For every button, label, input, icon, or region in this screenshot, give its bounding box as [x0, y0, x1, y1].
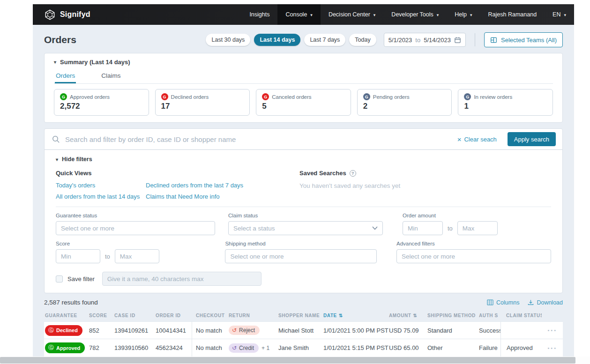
summary-toggle[interactable]: ▾ Summary (Last 14 days)	[54, 59, 553, 66]
advanced-filters-field: Advanced filters	[396, 241, 551, 263]
date-to-word: to	[415, 37, 420, 44]
date-value: 1/01/2021 5:15 PM PST	[323, 339, 389, 357]
language-code: EN	[553, 11, 560, 18]
saved-searches-title: Saved Searches	[299, 170, 346, 177]
nav-items: Insights Console ▾ Decision Center ▾ Dev…	[241, 4, 574, 25]
apply-search-button[interactable]: Apply search	[508, 132, 556, 146]
caret-down-icon: ▾	[310, 13, 313, 17]
caret-down-icon: ▾	[373, 13, 376, 17]
col-checkout[interactable]: CHECKOUT	[192, 313, 229, 318]
nav-language-menu[interactable]: EN ▾	[545, 4, 574, 25]
tab-claims[interactable]: Claims	[100, 69, 121, 83]
claim-status-value	[500, 322, 542, 339]
guarantee-status-input[interactable]	[56, 221, 215, 235]
auth-status-value: Failure	[479, 339, 500, 357]
order-amount-max-input[interactable]	[457, 221, 498, 235]
clear-search-link[interactable]: × Clear seach	[457, 136, 497, 143]
table-row[interactable]: ⒼApproved 782 1393910560 45623424 No mat…	[44, 339, 563, 357]
pill-today[interactable]: Today	[349, 34, 376, 46]
table-row[interactable]: ⒼDeclined 852 1394109261 100414341 No ma…	[44, 321, 563, 339]
shipping-method-value: Other	[427, 339, 479, 357]
case-id-value: 1393910560	[114, 339, 156, 357]
signifyd-logo[interactable]: Signifyd	[33, 4, 90, 25]
col-amount[interactable]: AMOUNT⇅	[389, 313, 427, 318]
quick-views-title: Quick Views	[56, 170, 299, 177]
caret-down-icon: ▾	[437, 13, 439, 17]
horizontal-scrollbar-thumb[interactable]	[0, 357, 575, 364]
date-range-input[interactable]: 5/1/2023 to 5/14/2023	[384, 33, 466, 47]
app-window: Signifyd Insights Console ▾ Decision Cen…	[33, 4, 574, 357]
results-count: 2,587 results found	[44, 299, 98, 306]
columns-button[interactable]: Columns	[487, 299, 519, 306]
teams-icon	[490, 37, 497, 44]
hide-filters-toggle[interactable]: ▾ Hide filters	[56, 156, 551, 163]
order-amount-min-input[interactable]	[403, 221, 443, 235]
quick-view-todays-orders[interactable]: Today's orders	[56, 182, 139, 189]
quick-view-all-orders-14-days[interactable]: All orders from the last 14 days	[56, 193, 139, 200]
nav-item-developer-tools[interactable]: Developer Tools ▾	[383, 4, 447, 25]
summary-cards: G Approved orders 2,572 G Declined order…	[54, 89, 553, 116]
search-input[interactable]	[65, 135, 452, 143]
saved-searches-empty-text: You haven't saved any searches yet	[299, 182, 551, 189]
caret-down-icon: ▾	[564, 13, 566, 17]
nav-user-menu[interactable]: Rajesh Ramanand	[480, 4, 545, 25]
col-guarantee[interactable]: GUARANTEE	[44, 313, 89, 318]
advanced-filters-input[interactable]	[396, 249, 551, 263]
pill-last-14-days[interactable]: Last 14 days	[254, 34, 300, 46]
guarantee-approved-icon: G	[60, 93, 67, 100]
tab-orders[interactable]: Orders	[55, 69, 76, 83]
row-actions-menu[interactable]: •••	[547, 345, 557, 351]
pill-last-7-days[interactable]: Last 7 days	[304, 34, 345, 46]
save-filter-name-input[interactable]	[102, 272, 261, 286]
save-filter-label: Save filter	[67, 275, 95, 282]
checkout-value: No match	[192, 322, 229, 339]
date-to-value[interactable]: 5/14/2023	[424, 37, 451, 44]
col-date[interactable]: DATE⇅	[323, 313, 389, 318]
return-reject-badge: ↺Reject	[229, 326, 260, 335]
card-value: 2,572	[60, 102, 143, 111]
user-name: Rajesh Ramanand	[488, 11, 537, 18]
sort-icon[interactable]: ⇅	[339, 313, 343, 318]
guarantee-pending-icon: G	[363, 93, 370, 100]
quick-views-block: Quick Views Today's orders Declined orde…	[56, 170, 299, 200]
col-order-id[interactable]: ORDER ID	[156, 313, 192, 318]
row-actions-menu[interactable]: •••	[547, 327, 557, 333]
save-filter-checkbox[interactable]	[56, 275, 63, 282]
circled-g-icon: Ⓖ	[48, 327, 54, 334]
nav-item-insights[interactable]: Insights	[241, 4, 277, 25]
claim-status-select[interactable]	[228, 221, 383, 235]
col-shopper-name[interactable]: SHOPPER NAME	[278, 313, 323, 318]
filters-divider	[56, 207, 551, 207]
score-min-input[interactable]	[56, 249, 100, 263]
guarantee-declined-pill: ⒼDeclined	[45, 325, 82, 336]
col-case-id[interactable]: CASE ID	[114, 313, 156, 318]
help-icon[interactable]: ?	[350, 170, 356, 177]
col-claim-status[interactable]: CLAIM STATUS	[500, 313, 542, 318]
card-label: Declined orders	[171, 94, 209, 100]
card-label: Pending orders	[373, 94, 410, 100]
date-from-value[interactable]: 5/1/2023	[388, 37, 412, 44]
col-score[interactable]: SCORE	[89, 313, 114, 318]
sort-icon[interactable]: ⇅	[413, 313, 417, 318]
page-header: Orders Last 30 days Last 14 days Last 7 …	[44, 31, 563, 49]
shipping-method-input[interactable]	[225, 249, 377, 263]
col-auth-status[interactable]: AUTH S	[479, 313, 500, 318]
col-return[interactable]: RETURN	[229, 313, 278, 318]
card-label: Canceled orders	[272, 94, 311, 100]
card-declined-orders: G Declined orders 17	[155, 89, 250, 116]
quick-view-claims-need-info[interactable]: Claims that Need More info	[146, 193, 299, 200]
quick-view-declined-7-days[interactable]: Declined orders from the last 7 days	[146, 182, 299, 189]
download-button[interactable]: Download	[528, 299, 563, 306]
logo-wordmark: Signifyd	[60, 10, 90, 19]
nav-item-console[interactable]: Console ▾	[277, 4, 320, 25]
guarantee-approved-pill: ⒼApproved	[45, 342, 85, 353]
card-pending-orders: G Pending orders 2	[357, 89, 452, 116]
col-shipping-method[interactable]: SHIPPING METHOD	[427, 313, 479, 318]
checkout-value: No match	[192, 339, 229, 357]
score-max-input[interactable]	[115, 249, 159, 263]
pill-last-30-days[interactable]: Last 30 days	[206, 34, 250, 46]
nav-item-help[interactable]: Help ▾	[447, 4, 480, 25]
nav-item-decision-center[interactable]: Decision Center ▾	[321, 4, 383, 25]
selected-teams-button[interactable]: Selected Teams (All)	[484, 32, 563, 47]
order-amount-field: Order amount to	[403, 213, 551, 235]
